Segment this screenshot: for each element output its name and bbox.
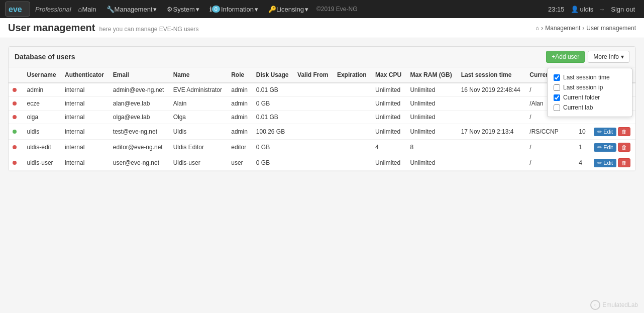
chevron-down-icon4: ▾ xyxy=(305,6,308,13)
chevron-down-icon3: ▾ xyxy=(255,6,258,13)
row-max-ram-1: Unlimited xyxy=(406,97,457,111)
edit-button-5[interactable]: ✏ Edit xyxy=(594,159,616,167)
column-selector-current-lab[interactable]: Current lab xyxy=(554,102,626,113)
breadcrumb-separator2: › xyxy=(582,25,584,32)
row-authenticator-4: internal xyxy=(61,140,109,155)
row-valid-from-3 xyxy=(293,124,333,140)
column-selector-last-session-ip[interactable]: Last session ip xyxy=(554,82,626,92)
nav-system[interactable]: ⚙ System ▾ xyxy=(162,0,204,18)
table-row: ecze internal alan@eve.lab Alain admin 0… xyxy=(9,97,635,111)
eve-logo: eve xyxy=(5,2,30,17)
key-icon: 🔑 xyxy=(268,6,276,13)
breadcrumb-current: User management xyxy=(586,25,636,32)
col-header-name[interactable]: Name xyxy=(169,67,228,83)
col-header-valid-from[interactable]: Valid From xyxy=(293,67,333,83)
row-status-4 xyxy=(9,140,23,155)
table-container: Username Authenticator Email Name Role D… xyxy=(9,67,635,171)
more-info-button[interactable]: More Info ▾ xyxy=(588,51,629,63)
row-last-session-5 xyxy=(457,155,526,171)
row-name-2: Olga xyxy=(169,111,228,124)
home-breadcrumb-icon[interactable]: ⌂ xyxy=(535,25,539,32)
table-row: olga internal olga@eve.lab Olga admin 0.… xyxy=(9,111,635,124)
checkbox-last-session-time[interactable] xyxy=(554,74,560,81)
table-row: uldis internal test@eve-ng.net Uldis adm… xyxy=(9,124,635,140)
delete-button-4[interactable]: 🗑 xyxy=(618,143,630,152)
table-row: uldis-user internal user@eve-ng.net Uldi… xyxy=(9,155,635,171)
signout-button[interactable]: Sign out xyxy=(607,6,639,13)
row-last-session-4 xyxy=(457,140,526,155)
row-last-session-1 xyxy=(457,97,526,111)
nav-main[interactable]: ⌂ Main xyxy=(73,0,101,18)
more-info-chevron: ▾ xyxy=(621,53,624,60)
row-role-2: admin xyxy=(227,111,252,124)
col-header-authenticator[interactable]: Authenticator xyxy=(61,67,109,83)
row-status-0 xyxy=(9,83,23,97)
wrench-icon: 🔧 xyxy=(106,6,115,13)
row-name-5: Uldis-user xyxy=(169,155,228,171)
breadcrumb-management[interactable]: Management xyxy=(545,25,580,32)
nav-management[interactable]: 🔧 Management ▾ xyxy=(101,0,162,18)
row-max-ram-0: Unlimited xyxy=(406,83,457,97)
nav-licensing[interactable]: 🔑 Licensing ▾ xyxy=(263,0,313,18)
add-user-button[interactable]: +Add user xyxy=(546,51,585,63)
row-disk-0: 0.01 GB xyxy=(252,83,293,97)
delete-button-5[interactable]: 🗑 xyxy=(618,158,630,167)
row-expiration-0 xyxy=(333,83,371,97)
col-header-email[interactable]: Email xyxy=(109,67,169,83)
row-current-folder-5: / xyxy=(525,155,575,171)
row-username-1: ecze xyxy=(23,97,61,111)
row-authenticator-2: internal xyxy=(61,111,109,124)
row-authenticator-3: internal xyxy=(61,124,109,140)
row-max-ram-4: 8 xyxy=(406,140,457,155)
edit-button-4[interactable]: ✏ Edit xyxy=(594,143,616,152)
row-actions-5: ✏ Edit 🗑 xyxy=(590,155,635,171)
checkbox-current-folder[interactable] xyxy=(554,94,560,101)
table-row: admin internal admin@eve-ng.net EVE Admi… xyxy=(9,83,635,97)
row-extra-3: 10 xyxy=(575,124,590,140)
row-disk-4: 0 GB xyxy=(252,140,293,155)
row-name-0: EVE Administrator xyxy=(169,83,228,97)
home-icon: ⌂ xyxy=(78,6,82,13)
col-header-expiration[interactable]: Expiration xyxy=(333,67,371,83)
col-header-last-session[interactable]: Last session time xyxy=(457,67,526,83)
row-extra-5: 4 xyxy=(575,155,590,171)
delete-button-3[interactable]: 🗑 xyxy=(618,127,630,136)
row-authenticator-1: internal xyxy=(61,97,109,111)
breadcrumb-separator1: › xyxy=(541,25,543,32)
col-header-disk-usage[interactable]: Disk Usage xyxy=(252,67,293,83)
status-dot-1 xyxy=(13,101,17,106)
col-header-username[interactable]: Username xyxy=(23,67,61,83)
signout-icon: → xyxy=(598,6,605,13)
nav-information[interactable]: ℹ 0 Information ▾ xyxy=(204,0,263,18)
row-max-cpu-0: Unlimited xyxy=(371,83,406,97)
page-title: User management xyxy=(8,22,95,34)
column-selector-last-session-time[interactable]: Last session time xyxy=(554,72,626,82)
row-max-cpu-1: Unlimited xyxy=(371,97,406,111)
row-expiration-4 xyxy=(333,140,371,155)
col-header-max-ram[interactable]: Max RAM (GB) xyxy=(406,67,457,83)
row-email-1: alan@eve.lab xyxy=(109,97,169,111)
row-status-1 xyxy=(9,97,23,111)
row-username-2: olga xyxy=(23,111,61,124)
professional-label: Professional xyxy=(35,6,71,13)
checkbox-current-lab[interactable] xyxy=(554,105,560,111)
breadcrumb: ⌂ › Management › User management xyxy=(535,25,636,32)
page-subtitle: here you can manage EVE-NG users xyxy=(99,26,198,33)
row-current-folder-4: / xyxy=(525,140,575,155)
row-email-5: user@eve-ng.net xyxy=(109,155,169,171)
users-card: Database of users +Add user More Info ▾ … xyxy=(8,46,636,171)
row-max-cpu-5: Unlimited xyxy=(371,155,406,171)
column-selector-current-folder[interactable]: Current folder xyxy=(554,92,626,102)
navbar: eve Professional ⌂ Main 🔧 Management ▾ ⚙… xyxy=(0,0,644,18)
checkbox-last-session-ip[interactable] xyxy=(554,84,560,91)
navbar-time: 23:15 xyxy=(548,6,565,13)
col-header-max-cpu[interactable]: Max CPU xyxy=(371,67,406,83)
col-header-role[interactable]: Role xyxy=(227,67,252,83)
row-role-1: admin xyxy=(227,97,252,111)
row-valid-from-2 xyxy=(293,111,333,124)
row-disk-1: 0 GB xyxy=(252,97,293,111)
navbar-username: uldis xyxy=(580,6,594,13)
row-extra-4: 1 xyxy=(575,140,590,155)
edit-button-3[interactable]: ✏ Edit xyxy=(594,128,616,136)
row-status-3 xyxy=(9,124,23,140)
